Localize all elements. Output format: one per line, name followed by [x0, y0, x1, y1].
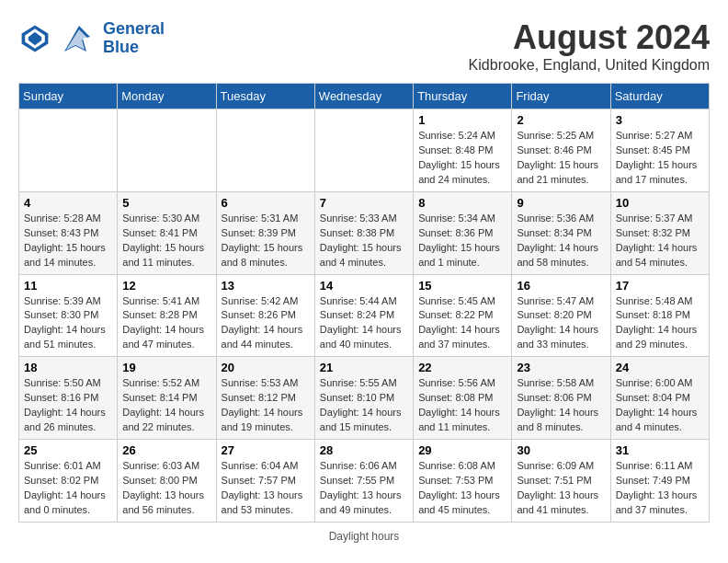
day-number: 8 [418, 196, 506, 210]
day-cell: 3Sunrise: 5:27 AM Sunset: 8:45 PM Daylig… [610, 109, 709, 192]
day-number: 11 [24, 279, 112, 293]
day-cell: 27Sunrise: 6:04 AM Sunset: 7:57 PM Dayli… [216, 440, 314, 523]
day-cell: 1Sunrise: 5:24 AM Sunset: 8:48 PM Daylig… [414, 109, 512, 192]
day-cell: 7Sunrise: 5:33 AM Sunset: 8:38 PM Daylig… [314, 191, 413, 274]
day-cell: 26Sunrise: 6:03 AM Sunset: 8:00 PM Dayli… [118, 440, 216, 523]
week-row-2: 4Sunrise: 5:28 AM Sunset: 8:43 PM Daylig… [19, 191, 710, 274]
week-row-1: 1Sunrise: 5:24 AM Sunset: 8:48 PM Daylig… [19, 109, 710, 192]
day-cell: 13Sunrise: 5:42 AM Sunset: 8:26 PM Dayli… [216, 274, 314, 357]
day-info: Sunrise: 5:52 AM Sunset: 8:14 PM Dayligh… [122, 376, 210, 435]
day-number: 28 [320, 443, 408, 457]
day-info: Sunrise: 5:41 AM Sunset: 8:28 PM Dayligh… [122, 294, 210, 353]
footer: Daylight hours [18, 530, 710, 543]
day-cell: 15Sunrise: 5:45 AM Sunset: 8:22 PM Dayli… [414, 274, 512, 357]
day-cell: 29Sunrise: 6:08 AM Sunset: 7:53 PM Dayli… [414, 440, 512, 523]
header-thursday: Thursday [414, 84, 512, 109]
day-number: 2 [517, 113, 605, 127]
day-cell: 8Sunrise: 5:34 AM Sunset: 8:36 PM Daylig… [414, 191, 512, 274]
day-number: 26 [122, 443, 210, 457]
day-cell: 2Sunrise: 5:25 AM Sunset: 8:46 PM Daylig… [512, 109, 610, 192]
day-info: Sunrise: 5:53 AM Sunset: 8:12 PM Dayligh… [222, 376, 310, 435]
day-info: Sunrise: 5:44 AM Sunset: 8:24 PM Dayligh… [320, 294, 408, 353]
day-number: 17 [616, 279, 704, 293]
day-number: 15 [418, 279, 506, 293]
day-number: 6 [222, 196, 310, 210]
header-sunday: Sunday [19, 84, 118, 109]
day-number: 12 [122, 279, 210, 293]
day-number: 5 [122, 196, 210, 210]
week-row-5: 25Sunrise: 6:01 AM Sunset: 8:02 PM Dayli… [19, 440, 710, 523]
day-cell: 14Sunrise: 5:44 AM Sunset: 8:24 PM Dayli… [314, 274, 413, 357]
day-cell: 25Sunrise: 6:01 AM Sunset: 8:02 PM Dayli… [19, 440, 118, 523]
main-title: August 2024 [469, 18, 710, 57]
day-number: 20 [222, 361, 310, 374]
day-cell: 17Sunrise: 5:48 AM Sunset: 8:18 PM Dayli… [610, 274, 709, 357]
day-cell [118, 109, 216, 192]
day-info: Sunrise: 6:08 AM Sunset: 7:53 PM Dayligh… [418, 459, 506, 518]
day-number: 3 [616, 113, 704, 127]
header-wednesday: Wednesday [314, 84, 413, 109]
day-cell: 6Sunrise: 5:31 AM Sunset: 8:39 PM Daylig… [216, 191, 314, 274]
day-cell: 10Sunrise: 5:37 AM Sunset: 8:32 PM Dayli… [610, 191, 709, 274]
day-cell: 23Sunrise: 5:58 AM Sunset: 8:06 PM Dayli… [512, 357, 610, 440]
day-cell: 20Sunrise: 5:53 AM Sunset: 8:12 PM Dayli… [216, 357, 314, 440]
day-number: 24 [616, 361, 704, 374]
day-cell [19, 109, 118, 192]
day-info: Sunrise: 6:09 AM Sunset: 7:51 PM Dayligh… [517, 459, 605, 518]
day-info: Sunrise: 5:58 AM Sunset: 8:06 PM Dayligh… [517, 376, 605, 435]
subtitle: Kidbrooke, England, United Kingdom [469, 57, 710, 74]
day-cell: 21Sunrise: 5:55 AM Sunset: 8:10 PM Dayli… [314, 357, 413, 440]
day-cell: 28Sunrise: 6:06 AM Sunset: 7:55 PM Dayli… [314, 440, 413, 523]
day-info: Sunrise: 5:27 AM Sunset: 8:45 PM Dayligh… [616, 129, 704, 188]
day-cell: 24Sunrise: 6:00 AM Sunset: 8:04 PM Dayli… [610, 357, 709, 440]
day-info: Sunrise: 5:56 AM Sunset: 8:08 PM Dayligh… [418, 376, 506, 435]
logo-text: General Blue [103, 20, 165, 57]
day-info: Sunrise: 5:37 AM Sunset: 8:32 PM Dayligh… [616, 212, 704, 270]
day-info: Sunrise: 5:25 AM Sunset: 8:46 PM Dayligh… [517, 129, 605, 188]
title-section: August 2024 Kidbrooke, England, United K… [469, 18, 710, 74]
day-info: Sunrise: 6:06 AM Sunset: 7:55 PM Dayligh… [320, 459, 408, 518]
day-cell: 18Sunrise: 5:50 AM Sunset: 8:16 PM Dayli… [19, 357, 118, 440]
header-monday: Monday [118, 84, 216, 109]
day-number: 30 [517, 443, 605, 457]
header-tuesday: Tuesday [216, 84, 314, 109]
page-header: General Blue August 2024 Kidbrooke, Engl… [18, 18, 710, 74]
day-info: Sunrise: 6:01 AM Sunset: 8:02 PM Dayligh… [24, 459, 112, 518]
day-number: 10 [616, 196, 704, 210]
day-number: 31 [616, 443, 704, 457]
day-number: 21 [320, 361, 408, 374]
day-number: 9 [517, 196, 605, 210]
day-info: Sunrise: 5:45 AM Sunset: 8:22 PM Dayligh… [418, 294, 506, 353]
day-cell: 31Sunrise: 6:11 AM Sunset: 7:49 PM Dayli… [610, 440, 709, 523]
day-cell: 30Sunrise: 6:09 AM Sunset: 7:51 PM Dayli… [512, 440, 610, 523]
logo-line2: Blue [103, 38, 139, 56]
logo-line1: General [103, 19, 165, 38]
day-info: Sunrise: 6:00 AM Sunset: 8:04 PM Dayligh… [616, 376, 704, 435]
day-number: 4 [24, 196, 112, 210]
day-info: Sunrise: 5:42 AM Sunset: 8:26 PM Dayligh… [222, 294, 310, 353]
day-info: Sunrise: 6:03 AM Sunset: 8:00 PM Dayligh… [122, 459, 210, 518]
day-number: 16 [517, 279, 605, 293]
logo: General Blue [18, 18, 165, 59]
day-cell: 19Sunrise: 5:52 AM Sunset: 8:14 PM Dayli… [118, 357, 216, 440]
day-cell: 12Sunrise: 5:41 AM Sunset: 8:28 PM Dayli… [118, 274, 216, 357]
day-number: 1 [418, 113, 506, 127]
day-number: 14 [320, 279, 408, 293]
day-info: Sunrise: 5:55 AM Sunset: 8:10 PM Dayligh… [320, 376, 408, 435]
day-number: 23 [517, 361, 605, 374]
footer-text: Daylight hours [329, 530, 400, 543]
logo-graphic [57, 18, 97, 59]
day-info: Sunrise: 5:30 AM Sunset: 8:41 PM Dayligh… [122, 212, 210, 270]
day-number: 25 [24, 443, 112, 457]
day-cell: 22Sunrise: 5:56 AM Sunset: 8:08 PM Dayli… [414, 357, 512, 440]
day-cell: 9Sunrise: 5:36 AM Sunset: 8:34 PM Daylig… [512, 191, 610, 274]
week-row-3: 11Sunrise: 5:39 AM Sunset: 8:30 PM Dayli… [19, 274, 710, 357]
calendar-table: SundayMondayTuesdayWednesdayThursdayFrid… [18, 83, 710, 523]
day-cell: 4Sunrise: 5:28 AM Sunset: 8:43 PM Daylig… [19, 191, 118, 274]
day-cell: 16Sunrise: 5:47 AM Sunset: 8:20 PM Dayli… [512, 274, 610, 357]
day-cell [314, 109, 413, 192]
day-info: Sunrise: 5:36 AM Sunset: 8:34 PM Dayligh… [517, 212, 605, 270]
day-number: 29 [418, 443, 506, 457]
day-cell [216, 109, 314, 192]
day-info: Sunrise: 5:34 AM Sunset: 8:36 PM Dayligh… [418, 212, 506, 270]
